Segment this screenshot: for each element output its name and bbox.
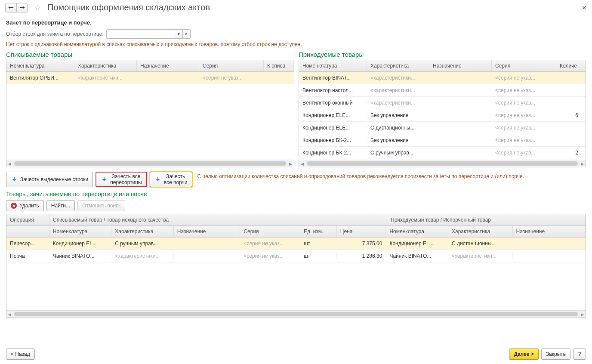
close-button[interactable]: Закрыть [541, 349, 570, 360]
filter-input[interactable] [106, 29, 175, 39]
cancel-find-button: Отменить поиск [77, 200, 125, 211]
subtitle: Зачет по пересортице и порче. [6, 19, 586, 26]
count-selected-button[interactable]: Зачесть выделенные строки [6, 172, 93, 187]
table-row[interactable]: Вентилятор ОРБИ...<характеристики...<сер… [6, 72, 294, 84]
nav-back-button[interactable]: 🡐 [5, 3, 16, 12]
receipt-grid-header: Номенклатура Характеристика Назначение С… [299, 60, 586, 72]
page-title: Помощник оформления складских актов [47, 3, 210, 12]
table-row[interactable]: ПорчаЧайник BINATO...<характеристики...<… [6, 250, 586, 262]
receipt-title: Приходуемые товары [299, 51, 586, 58]
nav-forward-button[interactable]: 🡒 [16, 3, 28, 12]
filter-label: Отбор строк для зачета по пересортице: [6, 31, 104, 37]
hscroll[interactable]: ◀▶ [6, 310, 586, 318]
count-all-spoil-button[interactable]: Зачестьвсе порчи [150, 172, 192, 187]
favorite-star-icon[interactable]: ☆ [33, 3, 42, 12]
close-icon[interactable]: ✕ [582, 4, 587, 11]
writeoff-title: Списываемые товары [6, 51, 294, 58]
table-row[interactable]: Кондиционер ELE...Без управления<серия н… [299, 109, 586, 122]
help-button[interactable]: ? [573, 349, 586, 360]
table-row[interactable]: Кондиционер ELE...С дистанционны...<сери… [299, 122, 586, 134]
arrow-down-icon [11, 176, 18, 183]
count-all-resort-button[interactable]: Зачесть всепересортицы [96, 172, 147, 187]
hscroll[interactable]: ◀▶ [299, 160, 586, 167]
table-row[interactable]: Кондиционер БК-2...Без управления<серия … [299, 134, 586, 147]
table-row[interactable]: Вентилятор настол...<характеристики...<с… [299, 84, 586, 97]
next-button[interactable]: Далее > [509, 349, 538, 360]
hscroll[interactable]: ◀▶ [6, 160, 294, 167]
writeoff-grid-header: Номенклатура Характеристика Назначение С… [6, 60, 294, 72]
arrow-down-icon [154, 176, 161, 183]
writeoff-goods-panel: Списываемые товары Номенклатура Характер… [6, 51, 294, 167]
table-row[interactable]: Кондиционер БК-2...С ручным управ...<сер… [299, 147, 586, 159]
table-row[interactable]: Пересор...Кондиционер EL...С ручным упра… [6, 238, 586, 250]
table-row[interactable]: Вентилятор BINAT...<характеристики...<се… [299, 72, 586, 84]
receipt-goods-panel: Приходуемые товары Номенклатура Характер… [299, 51, 586, 167]
back-button[interactable]: < Назад [6, 349, 35, 360]
delete-button[interactable]: ✕ Удалить [6, 200, 44, 211]
arrow-down-icon [101, 176, 108, 183]
table-row[interactable]: Вентилятор оконный<характеристики...<сер… [299, 97, 586, 109]
action-hint: С целью оптимизации количества списаний … [197, 172, 586, 179]
counted-section-title: Товары, зачитываемые по пересортице или … [6, 191, 586, 197]
counted-grid: Операция Списываемый товар / Товар исход… [6, 214, 586, 318]
filter-clear-button[interactable]: ✕ [183, 29, 191, 39]
delete-icon: ✕ [11, 203, 17, 209]
find-button[interactable]: Найти... [46, 200, 75, 211]
filter-dropdown-button[interactable]: ▼ [175, 29, 183, 39]
warning-text: Нет строк с одинаковой номенклатурой в с… [6, 41, 586, 47]
